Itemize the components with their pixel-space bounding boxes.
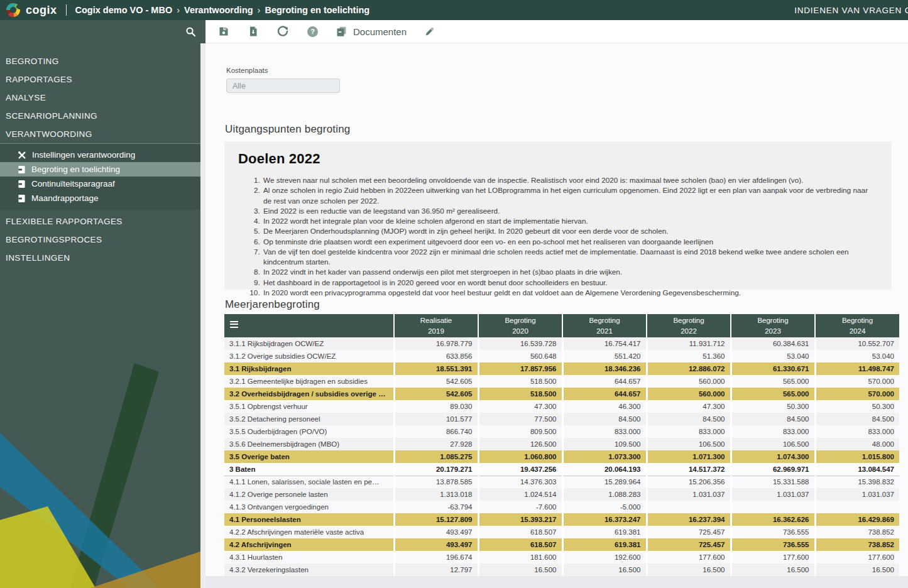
row-value: 84.500	[562, 413, 647, 425]
row-value: 46.300	[562, 400, 647, 413]
main-content: Kostenplaats Uitgangspunten begroting Do…	[205, 43, 908, 588]
table-row: 4.2 Afschrijvingen493.497618.507619.3817…	[224, 538, 899, 551]
save-icon[interactable]	[217, 25, 230, 38]
row-label: 4.1.2 Overige personele lasten	[224, 488, 394, 501]
documents-button[interactable]: Documenten	[336, 26, 407, 38]
row-value: 10.552.707	[815, 337, 899, 350]
row-value: 833.000	[815, 425, 899, 438]
breadcrumb-item[interactable]: Cogix demo VO - MBO	[75, 5, 173, 15]
row-value: 618.507	[478, 538, 562, 551]
table-row: 4.3.1 Huurlasten196.674181.600192.600177…	[224, 551, 899, 564]
table-row: 3.5.5 Ouderbijdragen (PO/VO)866.740809.5…	[224, 425, 899, 438]
breadcrumb-item[interactable]: Begroting en toelichting	[265, 5, 369, 15]
row-value: 16.500	[562, 564, 647, 576]
table-row: 4.1.3 Ontvangen vergoedingen-63.794-7.60…	[224, 501, 899, 513]
row-value: 1.060.800	[478, 450, 562, 463]
row-value: 20.179.271	[394, 463, 478, 476]
row-value: 866.740	[394, 425, 478, 438]
help-icon[interactable]: ?	[306, 25, 319, 38]
row-value: 109.500	[562, 438, 647, 450]
breadcrumb-separator: ›	[177, 5, 180, 15]
row-value: 84.500	[731, 413, 815, 425]
sidebar-item-verantwoording[interactable]: VERANTWOORDING	[0, 125, 205, 143]
row-value: 18.551.391	[394, 362, 478, 375]
cogix-logo-icon	[6, 3, 20, 17]
row-value: 644.657	[562, 388, 647, 400]
doelen-list-item: Al onze scholen in regio Zuid hebben in …	[262, 185, 878, 206]
row-value: 16.500	[731, 564, 815, 576]
sidebar-subitem-instellingen-verantwoording[interactable]: Instellingen verantwoording	[0, 148, 200, 162]
row-value: 15.206.356	[647, 476, 731, 488]
row-value: 51.360	[647, 350, 731, 362]
row-value: 106.500	[647, 438, 731, 450]
search-icon[interactable]	[185, 26, 197, 38]
sidebar-subitem-label: Instellingen verantwoording	[32, 150, 135, 160]
edit-icon[interactable]	[424, 25, 436, 38]
row-value: 15.393.217	[478, 513, 562, 526]
brand-name: cogix	[26, 4, 57, 17]
top-bar: cogix Cogix demo VO - MBO›Verantwoording…	[0, 0, 908, 20]
row-value: 101.577	[394, 413, 478, 425]
row-value: 1.031.037	[731, 488, 815, 501]
row-value: 16.754.417	[562, 337, 647, 350]
sidebar-item-begroting[interactable]: BEGROTING	[0, 52, 205, 70]
row-value: 833.000	[731, 425, 815, 438]
column-header-2023: Begroting2023	[731, 314, 815, 337]
sidebar-item-begrotingsproces[interactable]: BEGROTINGSPROCES	[0, 231, 205, 249]
sidebar-scrollbar[interactable]	[200, 43, 205, 588]
row-value: 565.000	[731, 375, 815, 388]
row-value: 12.886.072	[647, 362, 731, 375]
row-value: 16.978.779	[394, 337, 478, 350]
row-value: 738.852	[815, 526, 899, 538]
row-value: 518.500	[478, 388, 562, 400]
sidebar-item-rapportages[interactable]: RAPPORTAGES	[0, 70, 205, 89]
row-value: 77.500	[478, 413, 562, 425]
sidebar-subitem-begroting-en-toelichting[interactable]: Begroting en toelichting	[0, 162, 200, 177]
svg-text:?: ?	[310, 28, 315, 35]
row-label: 3.2 Overheidsbijdragen / subsidies overi…	[224, 388, 394, 400]
doelen-list-item: In 2020 wordt een privacyprogramma opges…	[262, 288, 878, 298]
brand-divider	[66, 4, 67, 16]
sidebar-item-instellingen[interactable]: INSTELLINGEN	[0, 249, 205, 267]
sidebar-subitem-label: Begroting en toelichting	[31, 165, 120, 174]
sidebar-item-analyse[interactable]: ANALYSE	[0, 89, 205, 107]
document-icon	[18, 165, 26, 174]
row-value: 20.064.193	[562, 463, 647, 476]
sidebar-header	[0, 20, 205, 43]
row-value: 542.605	[394, 388, 478, 400]
sidebar-subitem-continu-teitsparagraaf[interactable]: Continuïteitsparagraaf	[0, 177, 200, 191]
doelen-list-item: Eind 2022 is een reductie van de leegsta…	[262, 206, 878, 216]
sidebar-item-flexibele-rapportages[interactable]: FLEXIBELE RAPPORTAGES	[0, 212, 205, 231]
row-value: 736.555	[731, 538, 815, 551]
column-header-2024: Begroting2024	[815, 314, 899, 337]
refresh-icon[interactable]	[276, 25, 289, 38]
row-value: 53.040	[815, 350, 899, 362]
row-value: 1.024.514	[478, 488, 562, 501]
row-label: 3.1.2 Overige subsidies OCW/EZ	[224, 350, 394, 362]
doelen-list: We streven naar nul scholen met een beoo…	[262, 175, 878, 298]
table-row: 4.1 Personeelslasten15.127.80915.393.217…	[224, 513, 899, 526]
row-label: 3.5 Overige baten	[224, 450, 394, 463]
menu-icon[interactable]	[230, 319, 238, 329]
export-icon[interactable]	[247, 25, 260, 38]
row-value: 50.300	[815, 400, 899, 413]
row-value: 833.000	[647, 425, 731, 438]
sidebar-subitem-maandrapportage[interactable]: Maandrapportage	[0, 191, 200, 205]
kostenplaats-input[interactable]	[226, 79, 340, 93]
sidebar-subitem-label: Continuïteitsparagraaf	[31, 179, 115, 188]
row-label: 4.1.1 Lonen, salarissen, sociale lasten …	[224, 476, 394, 488]
row-label: 4.2.2 Afschrijvingen materiële vaste act…	[224, 526, 394, 538]
breadcrumb-item[interactable]: Verantwoording	[184, 5, 253, 15]
row-label: 4.3.2 Verzekeringslasten	[224, 564, 394, 576]
sidebar-item-scenarioplanning[interactable]: SCENARIOPLANNING	[0, 107, 205, 125]
table-row: 3.1.2 Overige subsidies OCW/EZ633.856560…	[224, 350, 899, 362]
row-value: 47.300	[478, 400, 562, 413]
topbar-right-link[interactable]: INDIENEN VAN VRAGEN O	[794, 0, 908, 20]
row-value: 1.073.300	[562, 450, 647, 463]
row-value	[815, 501, 899, 513]
row-value: 60.384.631	[731, 337, 815, 350]
table-row: 3.5.1 Opbrengst verhuur89.03047.30046.30…	[224, 400, 899, 413]
row-value: 48.000	[815, 438, 899, 450]
doelen-list-item: Het dashboard in de rapportagetool is in…	[262, 278, 878, 288]
row-value: 16.429.869	[815, 513, 899, 526]
